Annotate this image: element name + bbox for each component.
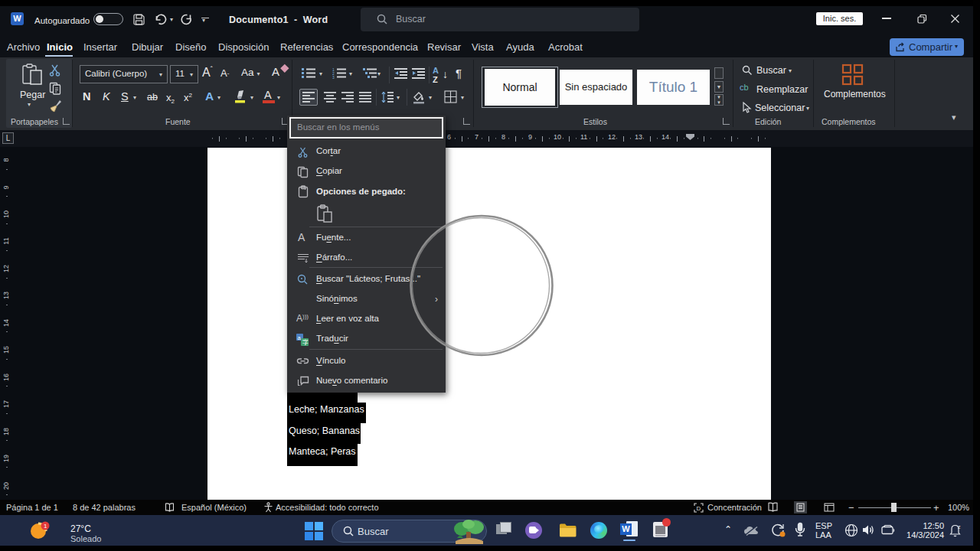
svg-text:1: 1 <box>44 523 47 530</box>
svg-text:字: 字 <box>302 339 309 346</box>
svg-text:3: 3 <box>332 75 335 80</box>
svg-text:D: D <box>697 505 701 512</box>
svg-text:z: z <box>958 524 961 530</box>
